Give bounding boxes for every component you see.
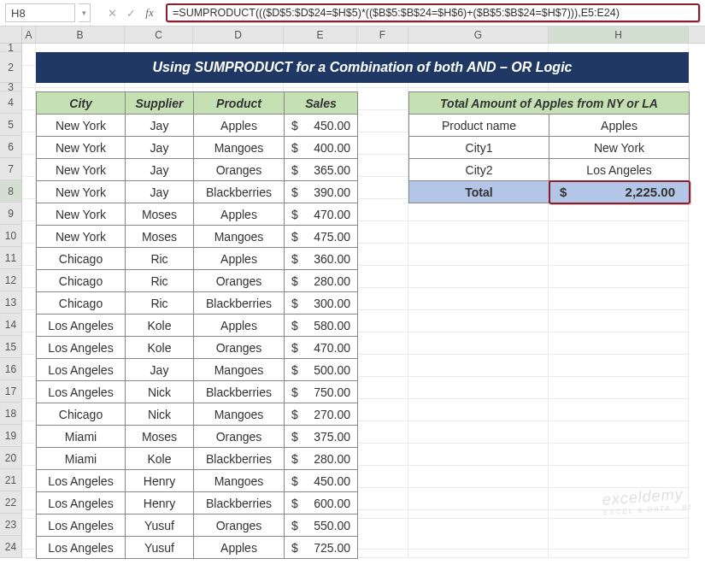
col-header[interactable]: D <box>193 26 284 43</box>
cell[interactable]: Blackberries <box>194 181 285 203</box>
cell[interactable]: Oranges <box>194 159 285 181</box>
cell[interactable]: $450.00 <box>285 470 358 492</box>
cell[interactable]: Blackberries <box>194 292 285 315</box>
row-header[interactable]: 6 <box>0 136 21 158</box>
summary-total-value[interactable]: $ 2,225.00 <box>549 181 690 203</box>
summary-label[interactable]: City2 <box>409 159 549 181</box>
cancel-icon[interactable]: ✕ <box>103 3 121 22</box>
row-header[interactable]: 4 <box>0 91 21 114</box>
cell[interactable]: $390.00 <box>285 181 358 203</box>
summary-value[interactable]: Apples <box>549 115 690 137</box>
row-header[interactable]: 9 <box>0 203 21 225</box>
cell[interactable]: Los Angeles <box>37 537 126 559</box>
name-box-dropdown-icon[interactable]: ▾ <box>79 3 91 22</box>
cell[interactable]: Blackberries <box>194 492 285 514</box>
cell[interactable]: New York <box>37 203 126 226</box>
cell[interactable]: $725.00 <box>285 537 358 559</box>
cell[interactable]: Oranges <box>194 514 285 537</box>
summary-total-label[interactable]: Total <box>409 181 549 203</box>
row-header[interactable]: 16 <box>0 358 21 380</box>
cell[interactable]: Oranges <box>194 426 285 448</box>
cell[interactable]: New York <box>37 137 126 159</box>
cell[interactable]: Chicago <box>37 248 126 270</box>
cell[interactable]: $300.00 <box>285 292 358 315</box>
cell[interactable]: $400.00 <box>285 137 358 159</box>
cell[interactable]: Kole <box>126 337 194 359</box>
cell[interactable]: Los Angeles <box>37 470 126 492</box>
name-box[interactable]: H8 <box>5 3 75 22</box>
cell[interactable]: $280.00 <box>285 448 358 470</box>
summary-label[interactable]: Product name <box>409 115 549 137</box>
cell[interactable]: New York <box>37 159 126 181</box>
cell[interactable]: $475.00 <box>285 226 358 248</box>
cell[interactable]: Oranges <box>194 337 285 359</box>
cell[interactable]: $450.00 <box>285 115 358 137</box>
cell[interactable]: Yusuf <box>126 514 194 537</box>
cell[interactable]: Apples <box>194 537 285 559</box>
row-header[interactable]: 14 <box>0 314 21 336</box>
cell[interactable]: Los Angeles <box>37 359 126 381</box>
cell[interactable]: $600.00 <box>285 492 358 514</box>
row-header[interactable]: 24 <box>0 536 21 558</box>
cell[interactable]: Kole <box>126 315 194 337</box>
row-header[interactable]: 7 <box>0 158 21 180</box>
cell[interactable]: New York <box>37 226 126 248</box>
cell[interactable]: Blackberries <box>194 448 285 470</box>
cell[interactable]: Apples <box>194 115 285 137</box>
cell[interactable]: Miami <box>37 426 126 448</box>
cell[interactable]: Nick <box>126 403 194 426</box>
fx-icon[interactable]: fx <box>140 3 159 22</box>
cell[interactable]: Kole <box>126 448 194 470</box>
cell[interactable]: Miami <box>37 448 126 470</box>
cell[interactable]: Yusuf <box>126 537 194 559</box>
col-product-header[interactable]: Product <box>194 92 285 115</box>
cell[interactable]: $550.00 <box>285 514 358 537</box>
row-header[interactable]: 1 <box>0 44 21 52</box>
cell[interactable]: Oranges <box>194 270 285 292</box>
row-header[interactable]: 22 <box>0 491 21 514</box>
cell[interactable]: Ric <box>126 248 194 270</box>
cell[interactable]: Chicago <box>37 292 126 315</box>
cell[interactable]: Henry <box>126 492 194 514</box>
cell[interactable]: Mangoes <box>194 226 285 248</box>
row-header[interactable]: 3 <box>0 83 21 91</box>
row-header[interactable]: 11 <box>0 247 21 269</box>
cell[interactable]: Jay <box>126 181 194 203</box>
row-header[interactable]: 20 <box>0 447 21 469</box>
cell[interactable]: $375.00 <box>285 426 358 448</box>
cell[interactable]: Moses <box>126 203 194 226</box>
cell[interactable]: Moses <box>126 426 194 448</box>
col-sales-header[interactable]: Sales <box>285 92 358 115</box>
cell[interactable]: Chicago <box>37 270 126 292</box>
row-header[interactable]: 10 <box>0 225 21 247</box>
cell[interactable]: New York <box>37 115 126 137</box>
row-header[interactable]: 2 <box>0 52 21 83</box>
col-supplier-header[interactable]: Supplier <box>126 92 194 115</box>
cell[interactable]: Ric <box>126 292 194 315</box>
cell[interactable]: New York <box>37 181 126 203</box>
row-header[interactable]: 5 <box>0 114 21 136</box>
col-header[interactable]: G <box>408 26 549 43</box>
cell[interactable]: Apples <box>194 315 285 337</box>
select-all-corner[interactable] <box>0 26 22 43</box>
cell[interactable]: Los Angeles <box>37 381 126 403</box>
col-header[interactable]: F <box>357 26 408 43</box>
enter-icon[interactable]: ✓ <box>121 3 140 22</box>
cell[interactable]: Apples <box>194 203 285 226</box>
row-header[interactable]: 18 <box>0 403 21 425</box>
cells-area[interactable]: Using SUMPRODUCT for a Combination of bo… <box>22 44 705 558</box>
cell[interactable]: $470.00 <box>285 337 358 359</box>
summary-value[interactable]: New York <box>549 137 690 159</box>
summary-label[interactable]: City1 <box>409 137 549 159</box>
formula-bar[interactable]: =SUMPRODUCT((($D$5:$D$24=$H$5)*(($B$5:$B… <box>166 3 700 22</box>
row-header[interactable]: 8 <box>0 180 21 203</box>
cell[interactable]: Mangoes <box>194 359 285 381</box>
cell[interactable]: Henry <box>126 470 194 492</box>
cell[interactable]: Jay <box>126 359 194 381</box>
cell[interactable]: $280.00 <box>285 270 358 292</box>
cell[interactable]: Chicago <box>37 403 126 426</box>
cell[interactable]: Los Angeles <box>37 315 126 337</box>
row-header[interactable]: 12 <box>0 269 21 291</box>
col-header[interactable]: E <box>284 26 357 43</box>
col-city-header[interactable]: City <box>37 92 126 115</box>
